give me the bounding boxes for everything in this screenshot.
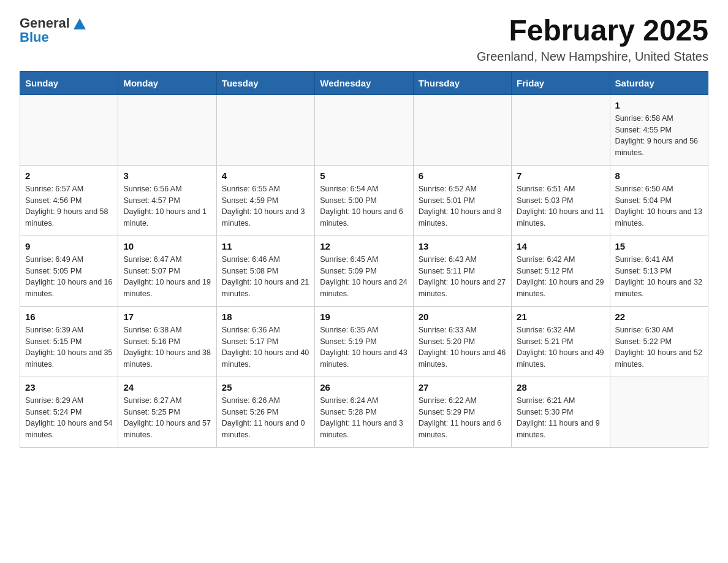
day-number: 24 (123, 382, 211, 393)
calendar-cell: 5Sunrise: 6:54 AM Sunset: 5:00 PM Daylig… (315, 165, 413, 236)
logo-icon (71, 15, 88, 32)
day-info: Sunrise: 6:46 AM Sunset: 5:08 PM Dayligh… (222, 254, 309, 300)
calendar-header-cell: Thursday (413, 71, 511, 94)
day-info: Sunrise: 6:27 AM Sunset: 5:25 PM Dayligh… (123, 395, 211, 441)
day-info: Sunrise: 6:45 AM Sunset: 5:09 PM Dayligh… (320, 254, 408, 300)
calendar-week-row: 2Sunrise: 6:57 AM Sunset: 4:56 PM Daylig… (20, 165, 708, 236)
calendar-cell (413, 94, 511, 165)
calendar-cell: 27Sunrise: 6:22 AM Sunset: 5:29 PM Dayli… (413, 377, 511, 447)
calendar-cell (118, 94, 216, 165)
calendar-header-cell: Friday (512, 71, 610, 94)
calendar-cell (216, 94, 314, 165)
calendar-cell (315, 94, 413, 165)
day-number: 2 (25, 170, 113, 181)
day-info: Sunrise: 6:43 AM Sunset: 5:11 PM Dayligh… (419, 254, 506, 300)
page-header: General Blue February 2025 Greenland, Ne… (20, 15, 708, 64)
day-info: Sunrise: 6:56 AM Sunset: 4:57 PM Dayligh… (123, 183, 211, 229)
calendar-cell: 9Sunrise: 6:49 AM Sunset: 5:05 PM Daylig… (20, 236, 118, 306)
day-number: 3 (123, 170, 211, 181)
calendar-cell (20, 94, 118, 165)
day-number: 18 (222, 312, 309, 322)
day-number: 1 (615, 100, 703, 110)
day-number: 26 (320, 382, 408, 393)
day-number: 4 (222, 170, 309, 181)
logo: General Blue (20, 15, 88, 45)
day-info: Sunrise: 6:52 AM Sunset: 5:01 PM Dayligh… (419, 183, 506, 229)
calendar-cell: 19Sunrise: 6:35 AM Sunset: 5:19 PM Dayli… (315, 306, 413, 377)
calendar-cell: 18Sunrise: 6:36 AM Sunset: 5:17 PM Dayli… (216, 306, 314, 377)
day-number: 8 (615, 170, 703, 181)
day-info: Sunrise: 6:38 AM Sunset: 5:16 PM Dayligh… (123, 324, 211, 370)
day-info: Sunrise: 6:29 AM Sunset: 5:24 PM Dayligh… (25, 395, 113, 441)
calendar-body: 1Sunrise: 6:58 AM Sunset: 4:55 PM Daylig… (20, 94, 708, 447)
day-info: Sunrise: 6:50 AM Sunset: 5:04 PM Dayligh… (615, 183, 703, 229)
day-info: Sunrise: 6:24 AM Sunset: 5:28 PM Dayligh… (320, 395, 408, 441)
calendar-cell: 2Sunrise: 6:57 AM Sunset: 4:56 PM Daylig… (20, 165, 118, 236)
calendar-cell: 3Sunrise: 6:56 AM Sunset: 4:57 PM Daylig… (118, 165, 216, 236)
day-number: 23 (25, 382, 113, 393)
day-number: 27 (419, 382, 506, 393)
calendar-header-row: SundayMondayTuesdayWednesdayThursdayFrid… (20, 71, 708, 94)
calendar-header-cell: Sunday (20, 71, 118, 94)
calendar-cell: 28Sunrise: 6:21 AM Sunset: 5:30 PM Dayli… (512, 377, 610, 447)
day-info: Sunrise: 6:58 AM Sunset: 4:55 PM Dayligh… (615, 113, 703, 159)
day-info: Sunrise: 6:54 AM Sunset: 5:00 PM Dayligh… (320, 183, 408, 229)
calendar-header-cell: Monday (118, 71, 216, 94)
calendar-table: SundayMondayTuesdayWednesdayThursdayFrid… (20, 71, 708, 448)
day-number: 25 (222, 382, 309, 393)
calendar-week-row: 23Sunrise: 6:29 AM Sunset: 5:24 PM Dayli… (20, 377, 708, 447)
calendar-week-row: 1Sunrise: 6:58 AM Sunset: 4:55 PM Daylig… (20, 94, 708, 165)
day-info: Sunrise: 6:47 AM Sunset: 5:07 PM Dayligh… (123, 254, 211, 300)
calendar-cell: 7Sunrise: 6:51 AM Sunset: 5:03 PM Daylig… (512, 165, 610, 236)
day-info: Sunrise: 6:49 AM Sunset: 5:05 PM Dayligh… (25, 254, 113, 300)
day-number: 28 (517, 382, 604, 393)
calendar-cell: 23Sunrise: 6:29 AM Sunset: 5:24 PM Dayli… (20, 377, 118, 447)
day-info: Sunrise: 6:30 AM Sunset: 5:22 PM Dayligh… (615, 324, 703, 370)
day-info: Sunrise: 6:32 AM Sunset: 5:21 PM Dayligh… (517, 324, 604, 370)
day-info: Sunrise: 6:33 AM Sunset: 5:20 PM Dayligh… (419, 324, 506, 370)
calendar-cell: 11Sunrise: 6:46 AM Sunset: 5:08 PM Dayli… (216, 236, 314, 306)
calendar-cell: 14Sunrise: 6:42 AM Sunset: 5:12 PM Dayli… (512, 236, 610, 306)
logo-blue-text: Blue (20, 29, 49, 45)
page-title: February 2025 (477, 15, 708, 47)
calendar-header-cell: Saturday (610, 71, 708, 94)
title-block: February 2025 Greenland, New Hampshire, … (477, 15, 708, 64)
calendar-cell: 1Sunrise: 6:58 AM Sunset: 4:55 PM Daylig… (610, 94, 708, 165)
calendar-cell: 12Sunrise: 6:45 AM Sunset: 5:09 PM Dayli… (315, 236, 413, 306)
day-info: Sunrise: 6:51 AM Sunset: 5:03 PM Dayligh… (517, 183, 604, 229)
calendar-cell: 15Sunrise: 6:41 AM Sunset: 5:13 PM Dayli… (610, 236, 708, 306)
calendar-cell: 22Sunrise: 6:30 AM Sunset: 5:22 PM Dayli… (610, 306, 708, 377)
day-number: 5 (320, 170, 408, 181)
calendar-cell: 25Sunrise: 6:26 AM Sunset: 5:26 PM Dayli… (216, 377, 314, 447)
day-number: 9 (25, 241, 113, 251)
day-number: 19 (320, 312, 408, 322)
day-number: 10 (123, 241, 211, 251)
day-number: 11 (222, 241, 309, 251)
day-number: 15 (615, 241, 703, 251)
day-info: Sunrise: 6:57 AM Sunset: 4:56 PM Dayligh… (25, 183, 113, 229)
calendar-week-row: 9Sunrise: 6:49 AM Sunset: 5:05 PM Daylig… (20, 236, 708, 306)
calendar-week-row: 16Sunrise: 6:39 AM Sunset: 5:15 PM Dayli… (20, 306, 708, 377)
day-number: 21 (517, 312, 604, 322)
calendar-cell: 4Sunrise: 6:55 AM Sunset: 4:59 PM Daylig… (216, 165, 314, 236)
day-number: 22 (615, 312, 703, 322)
day-info: Sunrise: 6:21 AM Sunset: 5:30 PM Dayligh… (517, 395, 604, 441)
day-info: Sunrise: 6:36 AM Sunset: 5:17 PM Dayligh… (222, 324, 309, 370)
day-number: 20 (419, 312, 506, 322)
day-info: Sunrise: 6:22 AM Sunset: 5:29 PM Dayligh… (419, 395, 506, 441)
calendar-cell: 6Sunrise: 6:52 AM Sunset: 5:01 PM Daylig… (413, 165, 511, 236)
day-number: 14 (517, 241, 604, 251)
calendar-cell: 10Sunrise: 6:47 AM Sunset: 5:07 PM Dayli… (118, 236, 216, 306)
day-info: Sunrise: 6:41 AM Sunset: 5:13 PM Dayligh… (615, 254, 703, 300)
day-number: 13 (419, 241, 506, 251)
day-number: 6 (419, 170, 506, 181)
day-number: 16 (25, 312, 113, 322)
day-info: Sunrise: 6:42 AM Sunset: 5:12 PM Dayligh… (517, 254, 604, 300)
calendar-cell: 8Sunrise: 6:50 AM Sunset: 5:04 PM Daylig… (610, 165, 708, 236)
calendar-header-cell: Wednesday (315, 71, 413, 94)
calendar-header-cell: Tuesday (216, 71, 314, 94)
day-number: 17 (123, 312, 211, 322)
calendar-cell: 20Sunrise: 6:33 AM Sunset: 5:20 PM Dayli… (413, 306, 511, 377)
calendar-cell: 16Sunrise: 6:39 AM Sunset: 5:15 PM Dayli… (20, 306, 118, 377)
day-number: 7 (517, 170, 604, 181)
